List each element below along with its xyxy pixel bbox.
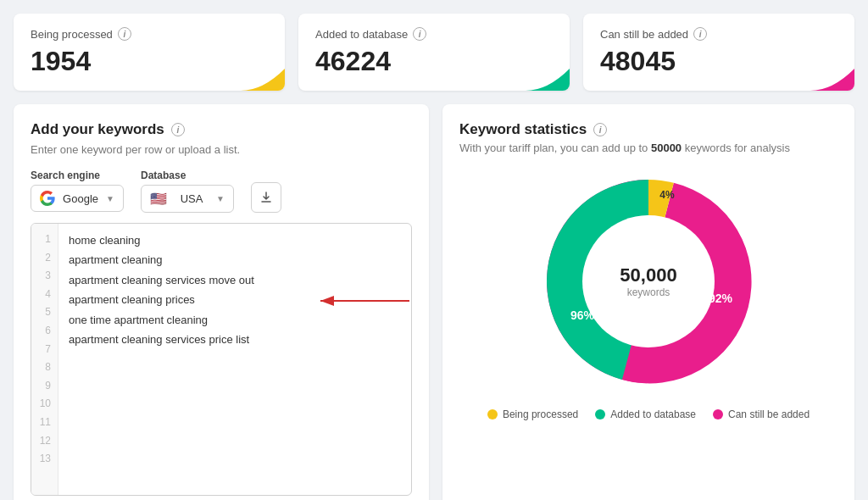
donut-hole	[582, 215, 715, 347]
legend-item-yellow: Being processed	[487, 408, 578, 420]
stat-value-being-processed: 1954	[31, 46, 268, 77]
keyword-line-11	[69, 429, 401, 448]
left-panel-title-text: Add your keywords	[31, 121, 164, 138]
left-panel-subtitle: Enter one keyword per row or upload a li…	[31, 143, 412, 156]
info-icon-added-to-database[interactable]: i	[413, 27, 426, 41]
search-engine-group: Search engine Google ▼	[31, 169, 124, 213]
keyword-line-3: apartment cleaning services move out	[69, 270, 401, 290]
info-icon-right-panel[interactable]: i	[593, 123, 607, 136]
subtitle-suffix: keywords for analysis	[682, 142, 790, 154]
donut-chart: 4% 92% 96% 50,000 keywords	[538, 171, 759, 392]
search-engine-select[interactable]: Google ▼	[31, 185, 124, 212]
form-row: Search engine Google ▼ Database 🇺🇸	[31, 169, 412, 213]
keyword-line-2: apartment cleaning	[69, 250, 401, 269]
line-numbers: 12345678910111213	[31, 224, 58, 495]
left-panel: Add your keywords i Enter one keyword pe…	[14, 104, 429, 500]
keyword-line-1: home cleaning	[69, 231, 401, 250]
chart-wrapper: 4% 92% 96% 50,000 keywords Being pro	[459, 171, 837, 420]
stat-card-being-processed: Being processed i 1954	[14, 14, 285, 91]
stat-card-added-to-database: Added to database i 46224	[298, 14, 570, 91]
corner-icon-can-still-be-added	[810, 47, 854, 91]
corner-icon-added-to-database	[526, 47, 570, 91]
keyword-line-6: apartment cleaning services price list	[69, 330, 401, 349]
keyword-line-12	[69, 448, 401, 468]
left-panel-title: Add your keywords i	[31, 121, 412, 138]
legend-label-yellow: Being processed	[503, 408, 578, 420]
legend-item-green: Added to database	[595, 408, 696, 420]
database-value: USA	[181, 192, 203, 205]
legend-dot-green	[595, 409, 605, 419]
right-panel-title-text: Keyword statistics	[459, 121, 587, 138]
database-group: Database 🇺🇸 USA ▼	[141, 169, 234, 213]
chart-pct-pink: 96%	[570, 308, 595, 322]
chart-legend: Being processed Added to database Can st…	[487, 408, 810, 420]
legend-dot-yellow	[487, 409, 498, 419]
keyword-line-5: one time apartment cleaning	[69, 310, 401, 330]
stat-label-added-to-database: Added to database i	[315, 27, 553, 41]
keyword-line-7	[69, 349, 401, 369]
subtitle-limit: 50000	[651, 142, 682, 154]
chart-pct-green: 92%	[709, 292, 733, 305]
search-engine-label: Search engine	[31, 169, 124, 181]
download-icon	[259, 191, 273, 204]
database-label: Database	[141, 169, 234, 181]
keyword-line-10	[69, 409, 401, 429]
right-panel-title: Keyword statistics i	[459, 121, 837, 138]
legend-label-green: Added to database	[610, 408, 696, 420]
keyword-line-4: apartment cleaning prices	[69, 290, 401, 309]
stat-label-being-processed: Being processed i	[31, 27, 268, 41]
corner-icon-being-processed	[241, 47, 285, 91]
stat-label-text-being-processed: Being processed	[31, 28, 113, 41]
right-panel-subtitle: With your tariff plan, you can add up to…	[459, 142, 837, 154]
usa-flag-icon: 🇺🇸	[150, 191, 167, 207]
search-engine-chevron: ▼	[106, 194, 114, 203]
keywords-area: 12345678910111213 home cleaningapartment…	[31, 223, 412, 496]
keyword-line-9	[69, 389, 401, 408]
stat-label-text-can-still-be-added: Can still be added	[600, 28, 688, 41]
stat-card-can-still-be-added: Can still be added i 48045	[583, 14, 854, 91]
keyword-line-13	[69, 469, 401, 488]
keywords-textarea-wrapper: 12345678910111213 home cleaningapartment…	[31, 223, 412, 496]
keyword-content[interactable]: home cleaningapartment cleaningapartment…	[58, 224, 411, 495]
subtitle-prefix: With your tariff plan, you can add up to	[459, 142, 651, 154]
google-icon	[40, 191, 55, 206]
keyword-lines[interactable]: 12345678910111213 home cleaningapartment…	[31, 224, 411, 495]
stats-row: Being processed i 1954 Added to database…	[14, 14, 854, 91]
stat-label-can-still-be-added: Can still be added i	[600, 27, 837, 41]
right-panel: Keyword statistics i With your tariff pl…	[442, 104, 854, 500]
search-engine-value: Google	[63, 192, 98, 205]
stat-value-can-still-be-added: 48045	[600, 46, 837, 77]
chart-pct-yellow: 4%	[659, 189, 675, 201]
legend-label-pink: Can still be added	[728, 408, 810, 420]
donut-svg: 4% 92% 96%	[538, 171, 759, 392]
legend-item-pink: Can still be added	[713, 408, 810, 420]
stat-label-text-added-to-database: Added to database	[315, 28, 408, 41]
database-select[interactable]: 🇺🇸 USA ▼	[141, 185, 234, 213]
info-icon-left-panel[interactable]: i	[171, 123, 185, 136]
stat-value-added-to-database: 46224	[315, 46, 553, 77]
keyword-line-8	[69, 369, 401, 389]
download-button[interactable]	[251, 182, 281, 213]
legend-dot-pink	[713, 409, 723, 419]
main-row: Add your keywords i Enter one keyword pe…	[14, 104, 854, 500]
info-icon-being-processed[interactable]: i	[118, 27, 131, 41]
download-btn-wrapper	[251, 169, 281, 213]
info-icon-can-still-be-added[interactable]: i	[693, 27, 707, 41]
database-chevron: ▼	[216, 194, 225, 203]
